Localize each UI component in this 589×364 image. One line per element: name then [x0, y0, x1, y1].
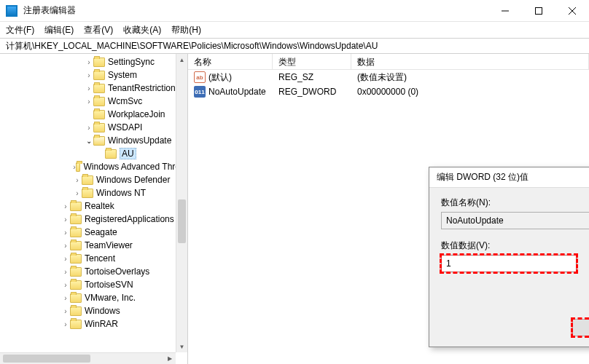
tree-item[interactable]: ›WinRAR	[0, 317, 187, 331]
dialog-titlebar[interactable]: 编辑 DWORD (32 位)值	[429, 167, 589, 188]
svg-rect-1	[536, 7, 542, 14]
scroll-up-arrow[interactable]: ▲	[176, 54, 187, 66]
chevron-right-icon[interactable]: ›	[61, 242, 70, 250]
folder-icon	[93, 97, 105, 106]
tree-item-label: TortoiseOverlays	[85, 266, 149, 277]
tree-item[interactable]: ⌄WindowsUpdate	[0, 134, 187, 147]
value-data-input[interactable]	[441, 255, 577, 272]
tree-item-label: Seagate	[85, 227, 117, 237]
tree-item-label: VMware, Inc.	[85, 293, 136, 303]
column-data[interactable]: 数据	[351, 54, 589, 69]
value-type: REG_SZ	[273, 72, 351, 82]
value-name: NoAutoUpdate	[208, 87, 266, 97]
menubar: 文件(F) 编辑(E) 查看(V) 收藏夹(A) 帮助(H)	[0, 22, 589, 38]
chevron-right-icon[interactable]: ›	[85, 124, 93, 132]
chevron-right-icon[interactable]: ›	[61, 229, 70, 237]
chevron-right-icon[interactable]: ›	[61, 294, 70, 302]
chevron-down-icon[interactable]: ⌄	[85, 137, 93, 145]
tree-item[interactable]: ›TortoiseSVN	[0, 278, 187, 291]
folder-icon	[70, 306, 82, 316]
tree-item[interactable]: ›Realtek	[0, 199, 187, 213]
menu-view[interactable]: 查看(V)	[84, 24, 113, 36]
menu-favorites[interactable]: 收藏夹(A)	[123, 24, 161, 36]
scroll-down-arrow[interactable]: ▼	[176, 341, 187, 352]
tree-item-label: Realtek	[85, 201, 114, 211]
menu-edit[interactable]: 编辑(E)	[44, 24, 74, 36]
scroll-thumb-horizontal[interactable]	[3, 355, 90, 363]
tree-item[interactable]: ›TeamViewer	[0, 239, 187, 252]
folder-icon	[76, 162, 81, 172]
menu-help[interactable]: 帮助(H)	[171, 24, 201, 36]
tree-item[interactable]: ›Windows	[0, 304, 187, 317]
tree-item[interactable]: ›Windows Defender	[0, 173, 187, 186]
folder-icon	[105, 149, 117, 159]
tree-item-label: Windows Defender	[96, 175, 170, 185]
tree-item[interactable]: ›VMware, Inc.	[0, 291, 187, 304]
tree-item[interactable]: ›SettingSync	[0, 55, 187, 68]
values-list[interactable]: ab(默认)REG_SZ(数值未设置)011NoAutoUpdateREG_DW…	[188, 70, 589, 99]
chevron-right-icon[interactable]: ›	[85, 84, 93, 92]
close-button[interactable]	[555, 0, 589, 22]
folder-icon	[93, 123, 105, 132]
registry-tree[interactable]: ›SettingSync›System›TenantRestrictions›W…	[0, 54, 187, 331]
address-bar[interactable]: 计算机\HKEY_LOCAL_MACHINE\SOFTWARE\Policies…	[0, 38, 589, 54]
tree-scrollbar-vertical[interactable]: ▲ ▼	[176, 54, 187, 352]
chevron-right-icon[interactable]: ›	[61, 255, 70, 263]
tree-item[interactable]: ›Seagate	[0, 226, 187, 239]
tree-item-label: WinRAR	[85, 319, 118, 329]
chevron-right-icon[interactable]: ›	[85, 58, 93, 66]
maximize-button[interactable]	[522, 0, 555, 22]
chevron-right-icon[interactable]: ›	[73, 176, 82, 184]
folder-icon	[93, 110, 105, 119]
tree-item-label: Windows Advanced Threat	[83, 162, 187, 172]
edit-dword-dialog: 编辑 DWORD (32 位)值 数值名称(N): NoAutoUpdate 数…	[429, 167, 589, 347]
chevron-right-icon[interactable]: ›	[61, 215, 70, 223]
folder-icon	[70, 280, 82, 290]
folder-icon	[93, 71, 105, 80]
ok-button[interactable]: 确定	[572, 319, 589, 336]
value-name-text: NoAutoUpdate	[446, 215, 504, 226]
chevron-right-icon[interactable]: ›	[61, 268, 70, 276]
tree-item-label: TortoiseSVN	[85, 280, 133, 290]
value-type: REG_DWORD	[273, 87, 351, 97]
tree-item[interactable]: ›WSDAPI	[0, 121, 187, 134]
tree-scrollbar-horizontal[interactable]: ◀ ▶	[0, 352, 176, 364]
value-name-label: 数值名称(N):	[441, 197, 589, 209]
chevron-right-icon[interactable]: ›	[61, 320, 70, 328]
value-row[interactable]: ab(默认)REG_SZ(数值未设置)	[188, 70, 589, 84]
value-data-label: 数值数据(V):	[441, 240, 577, 252]
tree-item[interactable]: ›TortoiseOverlays	[0, 265, 187, 278]
tree-item-label: Windows	[85, 306, 120, 316]
tree-item-label: System	[108, 70, 137, 80]
list-header: 名称 类型 数据	[188, 54, 589, 70]
chevron-right-icon[interactable]: ›	[61, 202, 70, 210]
chevron-right-icon[interactable]: ›	[85, 98, 93, 106]
chevron-right-icon[interactable]: ›	[61, 281, 70, 289]
chevron-right-icon[interactable]: ›	[85, 71, 93, 79]
tree-item[interactable]: WorkplaceJoin	[0, 108, 187, 121]
tree-item[interactable]: ›Windows Advanced Threat	[0, 160, 187, 173]
values-panel: 名称 类型 数据 ab(默认)REG_SZ(数值未设置)011NoAutoUpd…	[188, 54, 589, 364]
tree-item[interactable]: ›TenantRestrictions	[0, 82, 187, 95]
chevron-right-icon[interactable]: ›	[61, 307, 70, 315]
scroll-right-arrow[interactable]: ▶	[164, 353, 176, 364]
tree-item[interactable]: ›WcmSvc	[0, 95, 187, 108]
tree-panel: ›SettingSync›System›TenantRestrictions›W…	[0, 54, 188, 364]
column-type[interactable]: 类型	[273, 54, 351, 69]
minimize-button[interactable]	[488, 0, 522, 22]
dword-value-icon: 011	[194, 86, 206, 98]
tree-item[interactable]: ›Tencent	[0, 252, 187, 265]
tree-item[interactable]: AU	[0, 147, 187, 160]
tree-item[interactable]: ›System	[0, 68, 187, 82]
folder-icon	[70, 267, 82, 277]
chevron-right-icon[interactable]: ›	[73, 189, 82, 197]
tree-item[interactable]: ›Windows NT	[0, 186, 187, 199]
tree-item-label: AU	[120, 148, 136, 159]
folder-icon	[93, 136, 105, 146]
menu-file[interactable]: 文件(F)	[6, 24, 34, 36]
value-row[interactable]: 011NoAutoUpdateREG_DWORD0x00000000 (0)	[188, 84, 589, 99]
column-name[interactable]: 名称	[188, 54, 273, 69]
tree-item[interactable]: ›RegisteredApplications	[0, 213, 187, 226]
scroll-thumb-vertical[interactable]	[178, 199, 186, 243]
folder-icon	[70, 228, 82, 237]
